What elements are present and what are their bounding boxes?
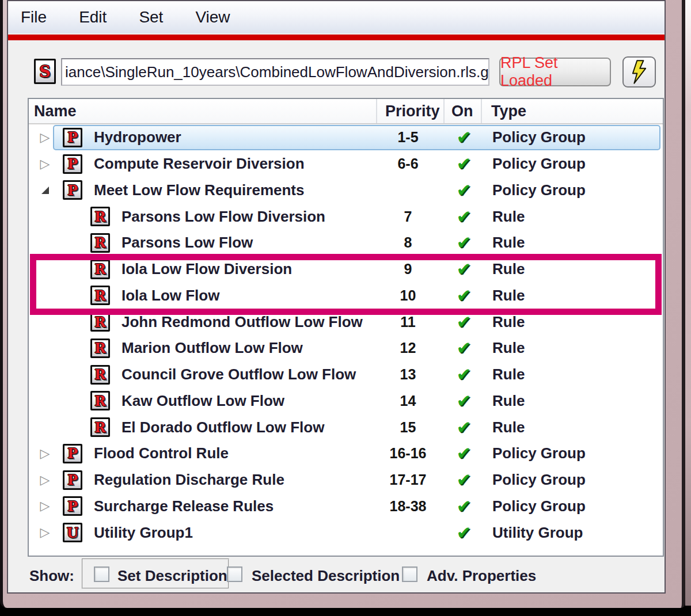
- rpl-rule-tree: Name Priority On Type ▷PHydropower1-5✔Po…: [28, 98, 664, 557]
- tree-row[interactable]: RParsons Low Flow8✔Rule: [29, 230, 663, 256]
- row-name: El Dorado Outflow Low Flow: [122, 414, 324, 440]
- on-checkmark-icon[interactable]: ✔: [446, 493, 482, 520]
- on-checkmark-icon[interactable]: ✔: [446, 177, 482, 204]
- tree-rows: ▷PHydropower1-5✔Policy Group▷PCompute Re…: [29, 124, 663, 546]
- tree-row[interactable]: ▷PFlood Control Rule16-16✔Policy Group: [29, 440, 663, 467]
- collapse-arrow-icon[interactable]: [37, 177, 53, 204]
- tree-row[interactable]: RParsons Low Flow Diversion7✔Rule: [29, 203, 663, 230]
- on-checkmark-icon[interactable]: ✔: [446, 335, 482, 362]
- window-edge-shadow: [685, 0, 691, 606]
- column-header-on[interactable]: On: [446, 99, 482, 123]
- on-checkmark-icon[interactable]: ✔: [446, 203, 482, 230]
- set-description-checkbox[interactable]: [94, 566, 109, 582]
- row-type: Rule: [483, 388, 525, 415]
- row-type: Rule: [483, 414, 525, 440]
- rule-badge-icon: R: [90, 417, 110, 437]
- tree-row[interactable]: RMarion Outflow Low Flow12✔Rule: [29, 335, 663, 362]
- column-header-name[interactable]: Name: [29, 99, 377, 123]
- expand-arrow-icon[interactable]: ▷: [37, 124, 53, 151]
- tree-row[interactable]: REl Dorado Outflow Low Flow15✔Rule: [29, 414, 663, 440]
- row-name: Flood Control Rule: [94, 440, 229, 467]
- on-checkmark-icon[interactable]: ✔: [446, 230, 482, 256]
- on-checkmark-icon[interactable]: ✔: [446, 362, 482, 388]
- row-type: Utility Group: [483, 519, 583, 546]
- red-accent-bar: [8, 35, 665, 40]
- policy-group-badge-icon: P: [63, 128, 82, 147]
- tree-row[interactable]: ▷PCompute Reservoir Diversion6-6✔Policy …: [29, 151, 663, 177]
- on-checkmark-icon[interactable]: ✔: [446, 151, 482, 177]
- row-name: Kaw Outflow Low Flow: [122, 388, 284, 415]
- expand-arrow-icon[interactable]: ▷: [37, 467, 53, 493]
- on-checkmark-icon[interactable]: ✔: [446, 414, 482, 440]
- on-checkmark-icon[interactable]: ✔: [446, 124, 482, 151]
- menu-edit[interactable]: Edit: [78, 6, 108, 29]
- menu-set[interactable]: Set: [138, 6, 164, 29]
- lightning-icon: [631, 60, 648, 84]
- selected-description-label: Selected Description: [252, 567, 400, 585]
- row-type: Rule: [483, 203, 525, 230]
- rule-badge-icon: R: [90, 286, 110, 305]
- policy-group-badge-icon: P: [63, 444, 82, 463]
- tree-row[interactable]: RIola Low Flow Diversion9✔Rule: [29, 256, 663, 283]
- policy-group-badge-icon: P: [63, 154, 82, 174]
- tree-row[interactable]: RKaw Outflow Low Flow14✔Rule: [29, 388, 663, 415]
- row-type: Policy Group: [483, 177, 586, 204]
- row-name: Parsons Low Flow: [122, 230, 253, 256]
- expand-arrow-icon[interactable]: ▷: [37, 519, 53, 546]
- on-checkmark-icon[interactable]: ✔: [446, 519, 482, 546]
- tree-header: Name Priority On Type: [29, 99, 663, 124]
- rpl-set-loaded-button[interactable]: RPL Set Loaded: [499, 58, 611, 86]
- row-type: Rule: [483, 230, 525, 256]
- set-file-path-field[interactable]: iance\SingleRun_10years\CombinedLowFlowA…: [61, 58, 489, 86]
- tree-row[interactable]: ▷PHydropower1-5✔Policy Group: [29, 124, 663, 151]
- on-checkmark-icon[interactable]: ✔: [446, 440, 482, 467]
- row-priority: 18-38: [371, 493, 445, 520]
- rpl-set-icon: S: [34, 59, 56, 84]
- rule-badge-icon: R: [90, 339, 110, 358]
- row-type: Rule: [483, 362, 525, 388]
- rule-badge-icon: R: [90, 312, 110, 332]
- on-checkmark-icon[interactable]: ✔: [446, 256, 482, 283]
- menu-file[interactable]: File: [20, 6, 48, 29]
- row-name: Iola Low Flow: [122, 283, 219, 309]
- expand-arrow-icon[interactable]: ▷: [37, 151, 53, 177]
- tree-row[interactable]: RCouncil Grove Outflow Low Flow13✔Rule: [29, 362, 663, 388]
- row-priority: 1-5: [371, 124, 445, 151]
- row-priority: 12: [371, 335, 445, 362]
- adv-properties-label: Adv. Properties: [427, 567, 536, 585]
- on-checkmark-icon[interactable]: ✔: [446, 309, 482, 335]
- menu-view[interactable]: View: [194, 6, 231, 29]
- column-header-type[interactable]: Type: [483, 99, 662, 123]
- tree-row[interactable]: RIola Low Flow10✔Rule: [29, 283, 663, 309]
- menu-bar: FileEditSetView: [8, 1, 665, 33]
- tree-row[interactable]: ▷PRegulation Discharge Rule17-17✔Policy …: [29, 467, 663, 493]
- tree-row[interactable]: ▷UUtility Group1✔Utility Group: [29, 519, 663, 546]
- row-name: Hydropower: [94, 124, 181, 151]
- row-type: Rule: [483, 283, 525, 309]
- row-priority: 15: [371, 414, 445, 440]
- row-name: Surcharge Release Rules: [94, 493, 274, 520]
- on-checkmark-icon[interactable]: ✔: [446, 467, 482, 493]
- tree-row[interactable]: PMeet Low Flow Requirements✔Policy Group: [29, 177, 663, 204]
- column-header-priority[interactable]: Priority: [378, 99, 445, 123]
- rule-badge-icon: R: [90, 207, 110, 226]
- tree-row[interactable]: RJohn Redmond Outflow Low Flow11✔Rule: [29, 309, 663, 335]
- on-checkmark-icon[interactable]: ✔: [446, 388, 482, 415]
- row-priority: 6-6: [371, 151, 445, 177]
- row-priority: [371, 177, 445, 204]
- row-priority: 17-17: [371, 467, 445, 493]
- row-priority: 8: [371, 230, 445, 256]
- row-name: Marion Outflow Low Flow: [122, 335, 303, 362]
- tree-row[interactable]: ▷PSurcharge Release Rules18-38✔Policy Gr…: [29, 493, 663, 520]
- adv-properties-checkbox[interactable]: [402, 566, 417, 582]
- expand-arrow-icon[interactable]: ▷: [37, 493, 53, 520]
- rule-badge-icon: R: [90, 391, 110, 410]
- selected-description-checkbox[interactable]: [227, 566, 242, 582]
- expand-arrow-icon[interactable]: ▷: [37, 440, 53, 467]
- on-checkmark-icon[interactable]: ✔: [446, 283, 482, 309]
- row-priority: 16-16: [371, 440, 445, 467]
- row-priority: 11: [371, 309, 445, 335]
- row-type: Rule: [483, 335, 525, 362]
- row-priority: 9: [371, 256, 445, 283]
- execute-button[interactable]: [622, 56, 656, 88]
